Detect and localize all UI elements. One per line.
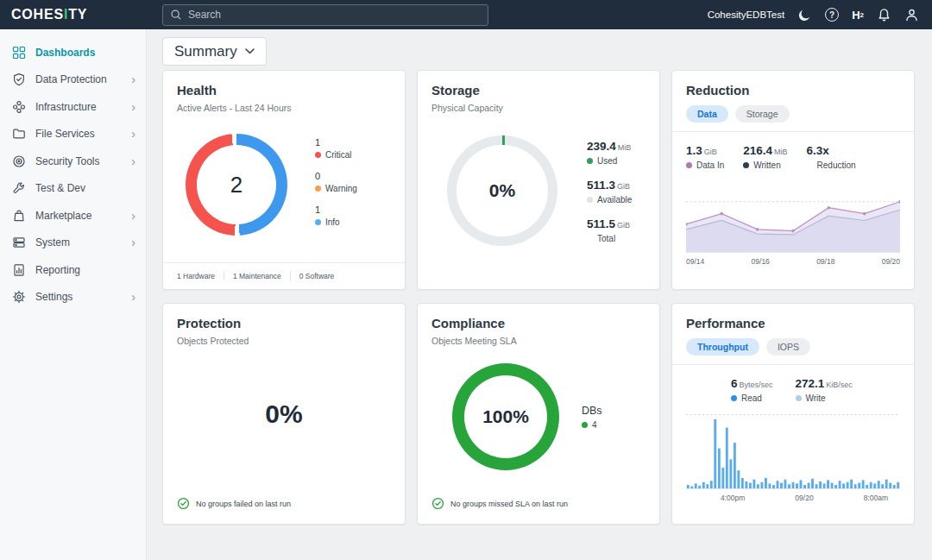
stat-label: Available: [597, 195, 632, 204]
sidebar-item-label: File Services: [35, 128, 95, 140]
sidebar-item-security-tools[interactable]: Security Tools ›: [0, 148, 146, 175]
tab-throughput[interactable]: Throughput: [686, 338, 759, 356]
health-donut-hole: 2: [197, 145, 276, 224]
search-input[interactable]: [188, 9, 481, 21]
dark-mode-moon-icon[interactable]: [797, 8, 812, 22]
critical-dot: [315, 152, 321, 158]
health-donut-chart[interactable]: 2: [186, 134, 287, 236]
sidebar-item-test-and-dev[interactable]: Test & Dev: [0, 175, 146, 203]
x-tick: 8:00am: [864, 494, 888, 502]
cohesity-logo[interactable]: COHESITY: [11, 7, 162, 22]
reduction-tabs: Data Storage: [686, 105, 900, 123]
storage-stat-available: 511.3GiB Available: [587, 177, 632, 204]
chevron-right-icon: ›: [131, 155, 135, 167]
stat-value: 6.3x: [807, 144, 829, 157]
data-in-dot: [686, 162, 692, 168]
reduction-stat-ratio: 6.3x Reduction: [807, 142, 856, 170]
sidebar-item-marketplace[interactable]: Marketplace ›: [0, 202, 146, 230]
x-tick: 09/14: [686, 257, 704, 266]
topbar-actions: CohesityEDBTest ? H2: [708, 8, 932, 22]
sidebar-item-file-services[interactable]: File Services ›: [0, 121, 146, 148]
sidebar-item-label: Marketplace: [35, 210, 91, 222]
logo-text-right: TY: [68, 7, 87, 22]
legend-item-warning[interactable]: 0 Warning: [315, 171, 357, 193]
sidebar-nav: Dashboards Data Protection › Infrastruct…: [0, 29, 147, 560]
sidebar-item-label: Data Protection: [35, 73, 107, 85]
stat-label: Written: [753, 160, 781, 170]
storage-donut-chart[interactable]: 0%: [447, 135, 557, 246]
card-title: Performance: [686, 316, 900, 330]
stat-value: 1.3: [686, 144, 702, 157]
tab-data[interactable]: Data: [686, 105, 728, 123]
divider: [224, 271, 224, 281]
chevron-down-icon: [245, 48, 255, 54]
legend-label: Critical: [325, 150, 352, 160]
legend-item-critical[interactable]: 1 Critical: [315, 137, 357, 160]
protection-percent: 0%: [177, 400, 391, 429]
marketplace-bag-icon: [12, 209, 26, 223]
sidebar-item-dashboards[interactable]: Dashboards: [0, 39, 146, 66]
warning-dot: [315, 186, 321, 192]
card-title: Protection: [177, 316, 391, 330]
logo-container: COHESITY: [0, 7, 162, 22]
cluster-name[interactable]: CohesityEDBTest: [708, 9, 784, 20]
user-account-icon[interactable]: [904, 8, 919, 22]
legend-label: Info: [325, 217, 340, 227]
used-dot: [587, 158, 593, 164]
protection-footer: No groups failed on last run: [177, 497, 291, 510]
tab-iops[interactable]: IOPS: [766, 338, 810, 356]
divider: [290, 271, 291, 281]
help-question-mark: ?: [825, 8, 839, 22]
reduction-area-chart[interactable]: [686, 177, 900, 253]
notifications-bell-icon[interactable]: [877, 8, 891, 22]
stat-unit: GiB: [617, 221, 630, 230]
global-search[interactable]: [162, 4, 488, 26]
chevron-right-icon: ›: [131, 210, 135, 222]
compliance-percent: 100%: [482, 406, 529, 427]
sidebar-item-settings[interactable]: Settings ›: [0, 284, 146, 311]
divider: [672, 131, 914, 132]
logo-text-left: COHES: [11, 7, 64, 22]
card-title: Compliance: [431, 316, 645, 330]
shield-check-icon: [12, 72, 26, 86]
sidebar-item-system[interactable]: System ›: [0, 230, 146, 257]
card-title: Storage: [431, 83, 645, 98]
reduction-stat-written: 216.4MiB Written: [743, 142, 787, 170]
gear-icon: [12, 290, 26, 304]
help-icon[interactable]: ?: [825, 8, 839, 22]
sidebar-item-data-protection[interactable]: Data Protection ›: [0, 66, 146, 94]
stat-value: 6: [731, 377, 738, 390]
app-root: COHESITY CohesityEDBTest ? H2: [0, 0, 932, 560]
compliance-legend-title: DBs: [582, 405, 602, 417]
stat-unit: Bytes/sec: [740, 381, 773, 389]
sidebar-item-label: Test & Dev: [35, 182, 85, 194]
tab-storage[interactable]: Storage: [735, 105, 790, 123]
performance-stat-read: 6Bytes/sec Read: [731, 375, 773, 403]
card-subtitle: Objects Meeting SLA: [431, 336, 645, 346]
chevron-right-icon: ›: [131, 101, 135, 113]
legend-item-info[interactable]: 1 Info: [315, 204, 357, 227]
x-tick: 09/20: [882, 257, 900, 266]
write-dot: [796, 395, 802, 401]
legend-count: 0: [315, 171, 357, 181]
protection-card: Protection Objects Protected 0% No group…: [162, 303, 406, 525]
compliance-donut-chart[interactable]: 100%: [452, 363, 559, 470]
helios-badge-icon[interactable]: H2: [852, 9, 864, 22]
x-tick: 09/16: [752, 257, 770, 266]
dashboard-view-selector[interactable]: Summary: [162, 37, 267, 66]
legend-count: 1: [315, 204, 357, 215]
health-footer: 1 Hardware 1 Maintenance 0 Software: [163, 262, 405, 289]
stat-unit: MiB: [618, 143, 632, 152]
compliance-card: Compliance Objects Meeting SLA 100% DBs …: [417, 303, 660, 525]
sidebar-item-label: Security Tools: [35, 155, 99, 167]
chevron-right-icon: ›: [131, 128, 135, 140]
performance-bar-chart[interactable]: [686, 410, 900, 489]
dashboard-grid: Health Active Alerts - Last 24 Hours 2 1…: [162, 70, 915, 525]
stat-label: Reduction: [817, 160, 856, 170]
software-count: 0 Software: [299, 272, 335, 280]
sidebar-item-infrastructure[interactable]: Infrastructure ›: [0, 93, 146, 121]
written-dot: [743, 162, 749, 168]
sidebar-item-reporting[interactable]: Reporting: [0, 256, 146, 284]
sidebar-item-label: Settings: [35, 291, 72, 303]
performance-stats: 6Bytes/sec Read 272.1KiB/sec Write: [731, 375, 900, 403]
